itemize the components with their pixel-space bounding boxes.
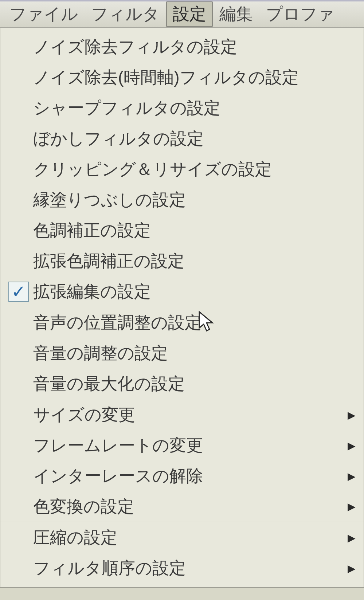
menuitem-clipping-resize[interactable]: クリッピング＆リサイズの設定: [0, 154, 364, 185]
menuitem-label: シャープフィルタの設定: [33, 97, 356, 119]
submenu-arrow-icon: ▶: [348, 470, 356, 482]
check-icon: ✓: [8, 282, 29, 302]
menuitem-border-fill[interactable]: 縁塗りつぶしの設定: [0, 185, 364, 215]
menuitem-label: 音量の最大化の設定: [33, 373, 356, 395]
menuitem-sharp-filter[interactable]: シャープフィルタの設定: [0, 93, 364, 123]
menuitem-noise-filter[interactable]: ノイズ除去フィルタの設定: [0, 32, 364, 62]
menuitem-blur-filter[interactable]: ぼかしフィルタの設定: [0, 123, 364, 154]
menuitem-color-correction[interactable]: 色調補正の設定: [0, 215, 364, 246]
menuitem-label: サイズの変更: [33, 404, 348, 426]
menu-filter[interactable]: フィルタ: [85, 1, 166, 27]
submenu-arrow-icon: ▶: [348, 440, 356, 452]
submenu-arrow-icon: ▶: [348, 501, 356, 513]
menubar: ファイル フィルタ 設定 編集 プロファ: [0, 0, 364, 28]
submenu-arrow-icon: ▶: [348, 532, 356, 544]
menuitem-ext-color-correction[interactable]: 拡張色調補正の設定: [0, 246, 364, 277]
menuitem-color-conversion[interactable]: 色変換の設定 ▶: [0, 491, 364, 522]
menuitem-filter-order[interactable]: フィルタ順序の設定 ▶: [0, 553, 364, 584]
submenu-arrow-icon: ▶: [348, 562, 356, 574]
menuitem-label: 音量の調整の設定: [33, 342, 356, 365]
menuitem-label: 拡張色調補正の設定: [33, 250, 356, 272]
menu-profile[interactable]: プロファ: [259, 1, 341, 27]
submenu-arrow-icon: ▶: [348, 409, 356, 421]
menuitem-label: 音声の位置調整の設定: [33, 311, 356, 334]
menuitem-volume-adjust[interactable]: 音量の調整の設定: [0, 338, 364, 369]
menuitem-label: 拡張編集の設定: [33, 281, 356, 303]
menuitem-label: フィルタ順序の設定: [33, 557, 348, 580]
menuitem-label: 縁塗りつぶしの設定: [33, 189, 356, 211]
menuitem-ext-edit[interactable]: ✓ 拡張編集の設定: [0, 277, 364, 307]
menuitem-label: ノイズ除去フィルタの設定: [33, 36, 356, 58]
menuitem-deinterlace[interactable]: インターレースの解除 ▶: [0, 461, 364, 491]
menuitem-volume-max[interactable]: 音量の最大化の設定: [0, 369, 364, 399]
menuitem-label: 色調補正の設定: [33, 219, 356, 242]
check-column: ✓: [4, 282, 33, 302]
menuitem-label: 色変換の設定: [33, 495, 348, 518]
menuitem-label: ノイズ除去(時間軸)フィルタの設定: [33, 66, 356, 89]
menuitem-label: ぼかしフィルタの設定: [33, 128, 356, 150]
menuitem-label: クリッピング＆リサイズの設定: [33, 158, 356, 181]
menuitem-size-change[interactable]: サイズの変更 ▶: [0, 400, 364, 430]
settings-dropdown: ノイズ除去フィルタの設定 ノイズ除去(時間軸)フィルタの設定 シャープフィルタの…: [0, 28, 364, 588]
menuitem-framerate-change[interactable]: フレームレートの変更 ▶: [0, 430, 364, 461]
menuitem-label: 圧縮の設定: [33, 526, 348, 549]
menu-settings[interactable]: 設定: [166, 1, 213, 27]
menu-edit[interactable]: 編集: [213, 1, 259, 27]
menuitem-audio-position[interactable]: 音声の位置調整の設定: [0, 307, 364, 338]
menuitem-compression[interactable]: 圧縮の設定 ▶: [0, 522, 364, 553]
menu-file[interactable]: ファイル: [3, 1, 85, 27]
menuitem-noise-time-filter[interactable]: ノイズ除去(時間軸)フィルタの設定: [0, 62, 364, 93]
menuitem-label: インターレースの解除: [33, 465, 348, 487]
menuitem-label: フレームレートの変更: [33, 434, 348, 457]
